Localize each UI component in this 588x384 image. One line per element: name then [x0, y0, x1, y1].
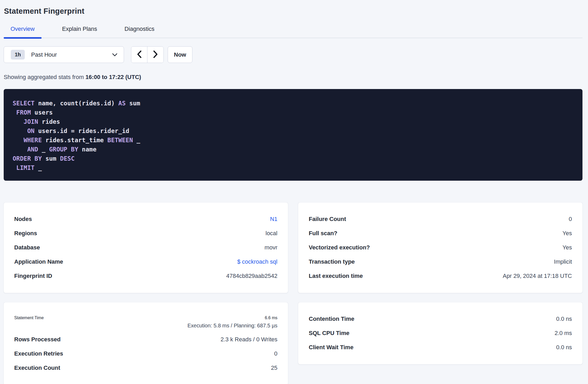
execution-attributes-card: Failure Count 0 Full scan? Yes Vectorize…	[298, 203, 582, 293]
row-label: Statement Time	[14, 316, 44, 320]
time-controls: 1h Past Hour	[4, 46, 582, 63]
row-value: 0.0 ns	[556, 316, 572, 322]
tab-overview[interactable]: Overview	[4, 26, 42, 38]
row-label: Failure Count	[309, 216, 346, 223]
row-value: 4784cb829aab2542	[226, 273, 277, 279]
statement-fingerprint-page: Statement Fingerprint Overview Explain P…	[0, 0, 588, 384]
time-step-buttons	[131, 46, 164, 63]
row-value: movr	[265, 244, 277, 251]
card-row: Nodes N1	[14, 212, 277, 226]
wait-times-card: Contention Time 0.0 ns SQL CPU Time 2.0 …	[298, 302, 582, 364]
card-row: Vectorized execution? Yes	[309, 240, 572, 255]
page-title: Statement Fingerprint	[4, 7, 582, 16]
row-label: Regions	[14, 230, 37, 237]
card-row: Last execution time Apr 29, 2024 at 17:1…	[309, 269, 572, 283]
chevron-right-icon	[153, 50, 158, 59]
card-row: Fingerprint ID 4784cb829aab2542	[14, 269, 277, 283]
row-value: 6.6 ms	[265, 316, 277, 320]
stats-summary: Showing aggregated stats from 16:00 to 1…	[4, 74, 582, 81]
row-value: Yes	[562, 230, 572, 237]
card-row: Execution Count 25	[14, 361, 277, 375]
card-row: Contention Time 0.0 ns	[309, 312, 572, 326]
chevron-left-icon	[137, 50, 142, 59]
row-value: 0	[274, 350, 277, 357]
tab-diagnostics[interactable]: Diagnostics	[118, 26, 161, 38]
row-label: Transaction type	[309, 258, 355, 265]
card-row: SQL CPU Time 2.0 ms	[309, 326, 572, 340]
row-label: Execution Count	[14, 365, 60, 371]
row-value: 2.0 ms	[555, 330, 572, 337]
row-value: 0.0 ns	[556, 344, 572, 351]
sql-statement-box: SELECT name, count(rides.id) AS sum FROM…	[4, 89, 582, 181]
time-range-label: Past Hour	[31, 51, 57, 58]
row-label: Execution Retries	[14, 350, 63, 357]
row-label: SQL CPU Time	[309, 330, 349, 337]
card-row: Database movr	[14, 240, 277, 255]
stats-summary-range: 16:00 to 17:22 (UTC)	[86, 74, 141, 80]
card-row: Full scan? Yes	[309, 226, 572, 240]
card-row: Failure Count 0	[309, 212, 572, 226]
row-label: Vectorized execution?	[309, 244, 370, 251]
application-name-link[interactable]: $ cockroach sql	[237, 258, 277, 265]
statement-timings-card: Statement Time 6.6 ms Execution: 5.8 ms …	[4, 302, 288, 384]
row-label: Full scan?	[309, 230, 337, 237]
time-range-badge: 1h	[11, 50, 25, 60]
row-label: Client Wait Time	[309, 344, 353, 351]
row-value: Yes	[562, 244, 572, 251]
row-subvalue: Execution: 5.8 ms / Planning: 687.5 µs	[14, 323, 277, 329]
tab-bar: Overview Explain Plans Diagnostics	[4, 26, 582, 38]
card-row: Client Wait Time 0.0 ns	[309, 340, 572, 355]
card-row: Regions local	[14, 226, 277, 240]
card-row: Transaction type Implicit	[309, 255, 572, 269]
summary-cards-row-2: Statement Time 6.6 ms Execution: 5.8 ms …	[4, 302, 582, 384]
row-label: Contention Time	[309, 316, 354, 322]
card-row: Statement Time 6.6 ms Execution: 5.8 ms …	[14, 312, 277, 332]
card-row: Rows Processed 2.3 k Reads / 0 Writes	[14, 332, 277, 347]
row-value: 2.3 k Reads / 0 Writes	[221, 336, 277, 343]
time-range-dropdown[interactable]: 1h Past Hour	[4, 46, 124, 63]
row-label: Last execution time	[309, 273, 363, 279]
row-value: Implicit	[554, 258, 572, 265]
row-value: 25	[271, 365, 277, 371]
row-label: Database	[14, 244, 40, 251]
row-value: 0	[569, 216, 572, 223]
stats-summary-prefix: Showing aggregated stats from	[4, 74, 86, 80]
chevron-down-icon	[112, 53, 117, 56]
card-row: Application Name $ cockroach sql	[14, 255, 277, 269]
prev-time-button[interactable]	[131, 47, 147, 63]
row-label: Fingerprint ID	[14, 273, 52, 279]
sql-code: SELECT name, count(rides.id) AS sum FROM…	[13, 99, 573, 173]
row-label: Rows Processed	[14, 336, 61, 343]
now-button[interactable]: Now	[168, 46, 192, 63]
summary-cards-row-1: Nodes N1 Regions local Database movr App…	[4, 203, 582, 293]
statement-info-card: Nodes N1 Regions local Database movr App…	[4, 203, 288, 293]
row-label: Nodes	[14, 216, 32, 223]
card-row: Execution Retries 0	[14, 347, 277, 361]
tab-explain-plans[interactable]: Explain Plans	[55, 26, 104, 38]
row-label: Application Name	[14, 258, 63, 265]
row-value: local	[266, 230, 277, 237]
nodes-link[interactable]: N1	[270, 216, 277, 223]
row-value: Apr 29, 2024 at 17:18 UTC	[503, 273, 572, 279]
next-time-button[interactable]	[147, 47, 163, 63]
